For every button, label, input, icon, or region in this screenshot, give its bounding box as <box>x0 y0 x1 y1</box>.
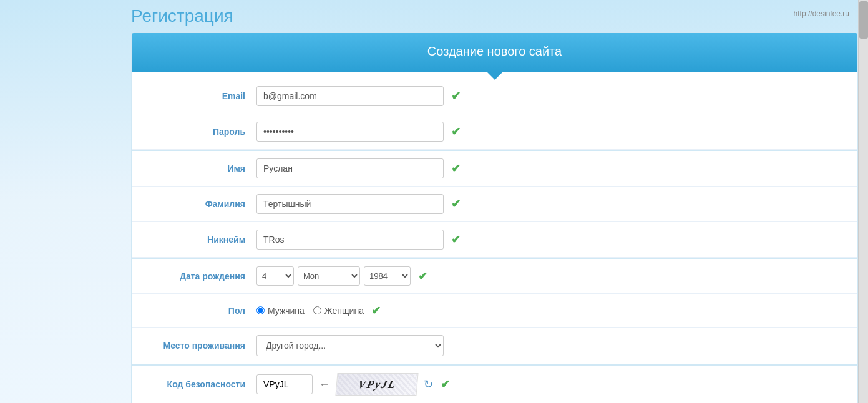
captcha-control: ← VРуJL ↻ <box>256 373 433 396</box>
email-control <box>256 86 444 106</box>
nickname-control: TRos <box>256 230 444 250</box>
surname-row: Фамилия Тертышный ✔ <box>132 187 857 222</box>
gender-label: Пол <box>132 306 256 316</box>
nickname-check-icon: ✔ <box>451 233 461 246</box>
email-check-icon: ✔ <box>451 89 461 103</box>
card-body: Email ✔ Пароль ✔ Имя Руслан <box>132 72 857 403</box>
gender-row: Пол Мужчина Женщина ✔ <box>132 294 857 328</box>
password-control <box>256 122 444 142</box>
nickname-row: Никнейм TRos ✔ <box>132 222 857 258</box>
dob-day-select[interactable]: 4 1235 <box>256 266 294 286</box>
site-url: http://desinfee.ru <box>794 9 849 18</box>
dob-label: Дата рождения <box>132 271 256 281</box>
nickname-label: Никнейм <box>132 235 256 245</box>
dob-check-icon: ✔ <box>418 269 427 283</box>
gender-male-radio[interactable] <box>256 306 265 314</box>
captcha-image: VРуJL <box>335 373 418 396</box>
surname-input[interactable]: Тертышный <box>256 194 444 214</box>
password-label: Пароль <box>132 127 256 137</box>
gender-male-label: Мужчина <box>268 306 305 316</box>
city-control: Другой город... Москва Санкт-Петербург <box>256 335 444 356</box>
surname-check-icon: ✔ <box>451 197 461 211</box>
captcha-check-icon: ✔ <box>441 377 450 391</box>
captcha-label: Код безопасности <box>132 379 256 389</box>
captcha-arrow-icon: ← <box>319 378 330 391</box>
registration-card: Создание нового сайта Email ✔ Пароль ✔ <box>131 32 858 403</box>
page-title: Регистрация <box>131 6 858 26</box>
dob-year-select[interactable]: 1984 198019851990 <box>364 266 411 286</box>
password-row: Пароль ✔ <box>132 114 857 150</box>
city-select[interactable]: Другой город... Москва Санкт-Петербург <box>256 335 444 356</box>
surname-label: Фамилия <box>132 199 256 209</box>
password-check-icon: ✔ <box>451 125 461 138</box>
email-label: Email <box>132 91 256 101</box>
name-check-icon: ✔ <box>451 162 461 175</box>
name-control: Руслан <box>256 158 444 178</box>
surname-control: Тертышный <box>256 194 444 214</box>
dob-control: 4 1235 Mon JanFebMar AprMayJun JulAugSep… <box>256 266 411 286</box>
captcha-input[interactable] <box>256 374 313 394</box>
dob-month-select[interactable]: Mon JanFebMar AprMayJun JulAugSep OctNov… <box>298 266 360 286</box>
name-label: Имя <box>132 163 256 173</box>
email-input[interactable] <box>256 86 444 106</box>
captcha-refresh-icon[interactable]: ↻ <box>424 377 433 391</box>
city-label: Место проживания <box>132 341 256 351</box>
gender-check-icon: ✔ <box>371 304 381 318</box>
gender-female-option[interactable]: Женщина <box>313 306 364 316</box>
password-input[interactable] <box>256 122 444 142</box>
name-row: Имя Руслан ✔ <box>132 151 857 187</box>
gender-control: Мужчина Женщина <box>256 306 364 316</box>
captcha-row: Код безопасности ← VРуJL ↻ ✔ <box>132 366 857 403</box>
gender-male-option[interactable]: Мужчина <box>256 306 305 316</box>
gender-female-label: Женщина <box>324 306 364 316</box>
nickname-input[interactable]: TRos <box>256 230 444 250</box>
city-row: Место проживания Другой город... Москва … <box>132 328 857 364</box>
dob-row: Дата рождения 4 1235 Mon JanFebMar AprMa… <box>132 259 857 294</box>
email-row: Email ✔ <box>132 79 857 114</box>
card-header: Создание нового сайта <box>132 33 857 72</box>
card-header-title: Создание нового сайта <box>427 44 562 58</box>
name-input[interactable]: Руслан <box>256 158 444 178</box>
gender-female-radio[interactable] <box>313 306 321 314</box>
